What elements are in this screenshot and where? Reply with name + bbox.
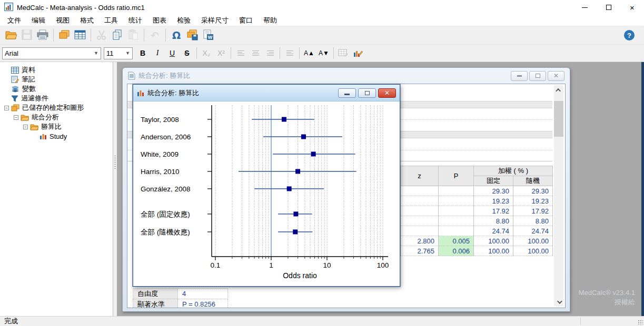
folder-icon xyxy=(21,114,29,121)
superscript-button[interactable]: X² xyxy=(214,46,229,60)
underline-button[interactable]: U xyxy=(165,46,180,60)
watermark-version: MedCalc® v23.4.1 xyxy=(579,288,635,298)
scrollbar-thumb[interactable] xyxy=(554,101,563,137)
table-row: 17.9217.92 xyxy=(401,206,553,216)
data-table-icon xyxy=(11,67,19,74)
tree-item-study[interactable]: Study xyxy=(0,131,113,141)
separator xyxy=(196,47,197,59)
cell-z: 2.765 xyxy=(401,246,439,256)
cell-weight-fixed: 100.00 xyxy=(474,246,513,256)
undo-button[interactable]: ↶ xyxy=(147,28,163,43)
results-restore-button[interactable] xyxy=(529,71,546,81)
grid-options-icon xyxy=(338,48,349,58)
tree-item-筆記[interactable]: 筆記 xyxy=(0,75,113,84)
italic-button[interactable]: I xyxy=(150,46,165,60)
menu-item[interactable]: 格式 xyxy=(75,15,99,26)
menu-item[interactable]: 文件 xyxy=(2,15,26,26)
results-window-titlebar[interactable]: 統合分析: 勝算比 ✕ xyxy=(127,68,566,84)
tree-item-變數[interactable]: 變數 xyxy=(0,84,113,94)
menu-item[interactable]: 工具 xyxy=(99,15,123,26)
notes-icon xyxy=(11,76,19,83)
tree-item-統合分析[interactable]: −統合分析 xyxy=(0,113,113,122)
subscript-button[interactable]: X₂ xyxy=(199,46,214,60)
strikethrough-button[interactable]: S xyxy=(180,46,194,60)
tree-item-勝算比[interactable]: −勝算比 xyxy=(0,122,113,131)
results-window-title: 統合分析: 勝算比 xyxy=(138,71,190,80)
minimize-icon xyxy=(344,94,350,95)
forest-plot-titlebar[interactable]: 統合分析: 勝算比 ✕ xyxy=(133,85,400,101)
copy-window-button[interactable] xyxy=(56,28,72,43)
align-center-button[interactable] xyxy=(248,46,263,60)
svg-text:10: 10 xyxy=(323,261,331,269)
decrease-font-button[interactable]: A▼ xyxy=(316,46,331,60)
panel-splitter[interactable] xyxy=(113,62,117,316)
menu-item[interactable]: 统计 xyxy=(123,15,147,26)
minimize-button[interactable] xyxy=(573,0,597,15)
project-tree-panel: 資料筆記變數過濾條件−已儲存的檢定和圖形−統合分析−勝算比Study xyxy=(0,62,113,316)
tree-item-已儲存的檢定和圖形[interactable]: −已儲存的檢定和圖形 xyxy=(0,103,113,113)
open-folder-button[interactable] xyxy=(3,28,19,43)
app-titlebar[interactable]: MedCalc - Meta-analysis - Odds ratio.mc1… xyxy=(0,0,644,15)
tree-item-資料[interactable]: 資料 xyxy=(0,65,113,75)
menu-item[interactable]: 视图 xyxy=(51,15,75,26)
copy-window-icon xyxy=(58,29,71,42)
collapse-icon[interactable]: − xyxy=(23,125,28,129)
recalculate-button[interactable]: Ω xyxy=(169,28,184,43)
cut-icon xyxy=(96,29,107,42)
separator xyxy=(53,29,54,42)
separator xyxy=(299,47,300,59)
plot-minimize-button[interactable] xyxy=(338,88,356,98)
save-all-button[interactable] xyxy=(184,28,200,43)
menu-item[interactable]: 窗口 xyxy=(234,15,258,26)
menu-item[interactable]: 图表 xyxy=(147,15,172,26)
menu-item[interactable]: 检验 xyxy=(172,15,196,26)
bold-button[interactable]: B xyxy=(135,46,150,60)
print-button[interactable] xyxy=(35,28,51,43)
stats-label: 自由度 xyxy=(133,289,178,299)
close-button[interactable]: × xyxy=(620,0,644,15)
chart-edit-button[interactable] xyxy=(351,46,365,60)
menu-item[interactable]: 帮助 xyxy=(258,15,282,26)
menu-item[interactable]: 编辑 xyxy=(26,15,51,26)
copy-button[interactable] xyxy=(110,28,125,43)
cell-weight-random: 100.00 xyxy=(513,246,553,256)
scroll-up-button[interactable] xyxy=(554,85,563,95)
cell-weight-random: 24.74 xyxy=(513,226,553,236)
results-scrollbar[interactable] xyxy=(554,85,563,307)
scroll-down-button[interactable] xyxy=(554,297,563,307)
paste-button[interactable] xyxy=(125,28,141,43)
results-minimize-button[interactable] xyxy=(511,71,528,81)
font-family-select[interactable]: Arial ▼ xyxy=(2,47,101,59)
menu-item[interactable]: 采样尺寸 xyxy=(196,15,234,26)
plot-restore-button[interactable] xyxy=(358,88,376,98)
table-row: 2.7650.006100.00100.00 xyxy=(401,246,553,256)
tree-item-過濾條件[interactable]: 過濾條件 xyxy=(0,94,113,103)
align-right-button[interactable] xyxy=(263,46,278,60)
results-close-button[interactable]: ✕ xyxy=(548,71,564,81)
tree-item-label: 已儲存的檢定和圖形 xyxy=(22,103,84,113)
separator xyxy=(91,29,91,42)
collapse-icon[interactable]: − xyxy=(14,115,18,120)
font-size-select[interactable]: 11 ▼ xyxy=(104,47,133,59)
cut-button[interactable] xyxy=(94,28,110,43)
window-title: MedCalc - Meta-analysis - Odds ratio.mc1 xyxy=(17,4,145,12)
resize-grip-icon[interactable] xyxy=(638,320,643,325)
stats-label: 顯著水準 xyxy=(133,299,178,309)
maximize-button[interactable] xyxy=(597,0,620,15)
collapse-icon[interactable]: − xyxy=(4,106,9,110)
list-button[interactable] xyxy=(282,46,297,60)
cell-z xyxy=(401,226,439,236)
increase-font-button[interactable]: A▲ xyxy=(302,46,316,60)
grid-options-button[interactable] xyxy=(336,46,351,60)
filter-icon xyxy=(11,95,18,102)
svg-text:0.1: 0.1 xyxy=(211,261,221,269)
cell-z: 2.800 xyxy=(401,236,439,246)
help-button[interactable]: ? xyxy=(624,30,635,40)
cell-z xyxy=(401,206,439,216)
data-grid-button[interactable] xyxy=(72,28,88,43)
align-left-button[interactable] xyxy=(233,46,248,60)
save-button[interactable] xyxy=(19,28,35,43)
saved-tests-icon xyxy=(11,104,19,111)
export-word-button[interactable]: W xyxy=(200,28,216,43)
plot-close-button[interactable]: ✕ xyxy=(378,88,396,98)
